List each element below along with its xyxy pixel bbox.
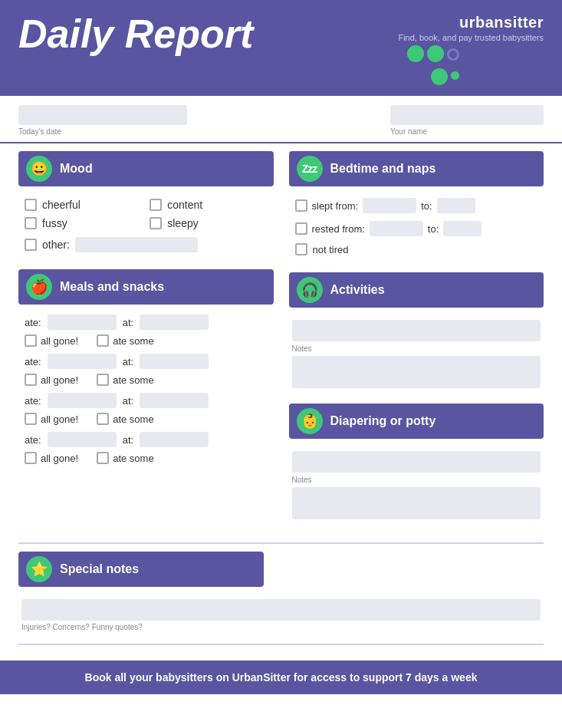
slept-checkbox[interactable] [295,199,307,212]
mood-other-row: other: [18,234,274,259]
activities-notes-1[interactable] [292,320,541,341]
at-label-4: at: [123,434,133,446]
page-title: Daily Report [18,14,253,54]
ate-some-4: ate some [97,452,153,464]
meal-status-2: all gone! ate some [18,371,274,390]
at-label-3: at: [123,395,133,407]
slept-to-input[interactable] [437,198,475,213]
ate-some-check-1[interactable] [97,334,109,347]
meals-title: Meals and snacks [60,280,164,294]
rested-to-input[interactable] [443,221,481,236]
not-tired-checkbox[interactable] [295,243,307,255]
brand-prefix: urban [459,14,504,31]
rested-from-input[interactable] [370,221,423,236]
dot-5 [451,71,459,80]
meal-food-2[interactable] [48,354,117,369]
mood-sleepy: sleepy [150,217,267,229]
meal-status-4: all gone! ate some [18,450,274,469]
ate-some-label-2: ate some [113,374,153,386]
ate-some-check-4[interactable] [97,452,109,464]
activities-notes-label: Notes [292,343,541,356]
meal-time-1[interactable] [140,315,209,330]
diapering-notes-2[interactable] [292,487,541,519]
divider [18,542,544,544]
meals-icon: 🍎 [26,274,52,300]
header: Daily Report urbansitter Find, book, and… [0,0,562,96]
fussy-checkbox[interactable] [25,217,37,229]
mood-cheerful: cheerful [25,199,142,211]
other-label: other: [42,239,70,251]
rested-checkbox[interactable] [295,222,307,235]
all-gone-check-4[interactable] [25,452,37,464]
meal-row-1: ate: at: [18,312,274,332]
meal-time-2[interactable] [140,354,209,369]
ate-some-3: ate some [97,413,153,425]
date-input[interactable] [18,105,187,125]
footer: Book all your babysitters on UrbanSitter… [0,660,562,694]
ate-some-check-2[interactable] [97,374,109,386]
all-gone-check-2[interactable] [25,374,37,386]
all-gone-3: all gone! [25,413,78,425]
divider-bottom [18,644,544,645]
cheerful-checkbox[interactable] [25,199,37,211]
brand-block: urbansitter Find, book, and pay trusted … [398,14,544,85]
bedtime-section: Zzz Bedtime and naps slept from: to: res… [289,151,544,262]
fussy-label: fussy [42,217,67,229]
diapering-icon: 👶 [297,408,323,434]
meal-time-4[interactable] [140,432,209,447]
main-content: 😀 Mood cheerful content fussy [0,151,562,535]
sleepy-checkbox[interactable] [150,217,162,229]
diapering-body: Notes [289,446,544,524]
diapering-header: 👶 Diapering or potty [289,404,544,439]
meal-food-4[interactable] [48,432,117,447]
all-gone-label-4: all gone! [41,453,78,464]
content-checkbox[interactable] [150,199,162,211]
activities-notes-2[interactable] [292,356,541,388]
ate-some-2: ate some [97,374,153,386]
mood-icon: 😀 [26,156,52,182]
meal-time-3[interactable] [140,393,209,408]
all-gone-2: all gone! [25,374,78,386]
special-notes-input[interactable] [21,599,541,621]
name-input[interactable] [390,105,544,125]
slept-from-input[interactable] [363,198,416,213]
all-gone-check-3[interactable] [25,413,37,425]
meal-food-1[interactable] [48,315,117,330]
sleepy-label: sleepy [167,217,198,229]
activities-header: 🎧 Activities [289,272,544,308]
slept-from-label: slept from: [312,200,359,212]
name-input-group: Your name [390,105,544,136]
mood-options: cheerful content fussy sleepy [18,194,274,234]
activities-title: Activities [330,283,385,297]
ate-some-check-3[interactable] [97,413,109,425]
top-inputs-row: Today's date Your name [0,96,562,143]
at-label-1: at: [123,317,133,328]
dot-4 [431,68,448,85]
ate-some-1: ate some [97,334,153,347]
activities-body: Notes [289,315,544,393]
at-label-2: at: [123,356,133,367]
other-checkbox[interactable] [25,239,37,251]
dot-1 [407,45,424,62]
left-column: 😀 Mood cheerful content fussy [18,151,286,535]
mood-header: 😀 Mood [18,151,274,186]
all-gone-check-1[interactable] [25,334,37,347]
all-gone-label-2: all gone! [41,374,78,386]
brand-tagline: Find, book, and pay trusted babysitters [398,33,544,42]
other-input[interactable] [75,237,198,252]
bedtime-header: Zzz Bedtime and naps [289,151,544,186]
all-gone-4: all gone! [25,452,78,464]
diapering-notes-1[interactable] [292,451,541,473]
meal-food-3[interactable] [48,393,117,408]
right-column: Zzz Bedtime and naps slept from: to: res… [286,151,544,535]
ate-some-label-1: ate some [113,335,153,347]
ate-some-label-3: ate some [113,413,153,425]
ate-some-label-4: ate some [113,453,153,464]
meal-row-3: ate: at: [18,390,274,410]
rested-from-label: rested from: [312,223,365,235]
ate-label-4: ate: [25,434,41,446]
ate-label-1: ate: [25,317,41,328]
diapering-section: 👶 Diapering or potty Notes [289,404,544,524]
diapering-notes-label: Notes [292,474,541,487]
meal-row-4: ate: at: [18,430,274,450]
